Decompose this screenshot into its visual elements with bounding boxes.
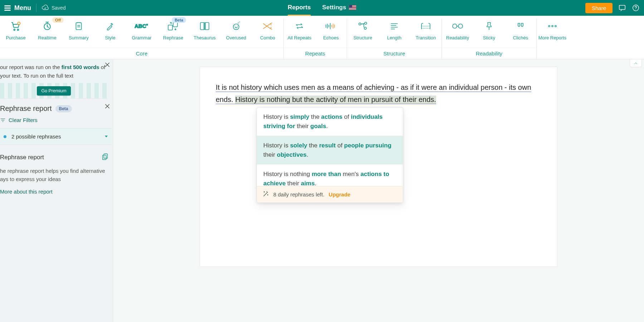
clear-filters-button[interactable]: Clear Filters: [0, 117, 113, 128]
nav-settings[interactable]: Settings: [322, 0, 356, 16]
svg-text:ABC: ABC: [135, 23, 146, 29]
feedback-icon[interactable]: [618, 4, 626, 12]
ribbon-label: More Reports: [538, 35, 567, 40]
ribbon-label: Sticky: [483, 35, 496, 40]
ribbon-label: Purchase: [6, 35, 26, 40]
suggestion-footer: 8 daily rephrases left. Upgrade: [257, 186, 403, 203]
sidebar: our report was run on the first 500 word…: [0, 59, 113, 322]
ribbon-label: Thesaurus: [194, 35, 215, 40]
structure-icon: [357, 21, 368, 31]
purchase-icon: [10, 21, 21, 31]
ribbon-more[interactable]: More Reports: [537, 19, 568, 48]
ribbon-length[interactable]: Length: [379, 19, 410, 48]
svg-text:z: z: [239, 21, 240, 23]
cliches-icon: [516, 21, 525, 31]
rephrase-suggestion[interactable]: History is solely the result of people p…: [257, 136, 403, 164]
ribbon-allrepeats[interactable]: All Repeats: [284, 19, 315, 48]
close-icon[interactable]: [104, 103, 111, 111]
style-icon: [106, 21, 114, 31]
ribbon-echoes[interactable]: Echoes: [315, 19, 347, 48]
ribbon-label: Realtime: [38, 35, 56, 40]
ribbon-rephrase[interactable]: RephraseBeta: [157, 19, 189, 48]
off-badge: Off: [52, 17, 64, 23]
ribbon-label: Grammar: [132, 35, 152, 40]
grammar-icon: ABC: [135, 21, 149, 31]
saved-status: Saved: [42, 4, 66, 12]
ribbon-structure[interactable]: Structure: [347, 19, 379, 48]
ribbon-group-label: Core: [0, 48, 283, 59]
copy-icon[interactable]: [101, 153, 109, 162]
ribbon-style[interactable]: Style: [94, 19, 126, 48]
collapse-ribbon-button[interactable]: [630, 59, 642, 67]
ribbon-label: Echoes: [323, 35, 338, 40]
filter-label: 2 possible rephrases: [11, 133, 100, 140]
menu-button[interactable]: Menu: [4, 4, 31, 12]
ribbon-thesaurus[interactable]: Thesaurus: [189, 19, 220, 48]
upgrade-link[interactable]: Upgrade: [329, 191, 351, 197]
divider: [36, 4, 36, 12]
ribbon-group-label: Structure: [347, 48, 441, 59]
ribbon-sticky[interactable]: Sticky: [473, 19, 505, 48]
svg-point-19: [364, 27, 366, 29]
ribbon-group-structure: StructureLengthTransitionStructure: [347, 19, 441, 59]
rephrase-suggestion[interactable]: History is simply the actions of individ…: [257, 107, 403, 136]
ribbon-grammar[interactable]: ABCGrammar: [126, 19, 157, 48]
ribbon-readability[interactable]: Readability: [442, 19, 473, 48]
filter-dot-icon: [4, 135, 6, 138]
svg-point-14: [237, 25, 238, 26]
ribbon-summary[interactable]: Summary: [63, 19, 94, 48]
length-icon: [390, 21, 399, 31]
suggestion-list[interactable]: History is simply the actions of individ…: [257, 107, 403, 186]
ribbon-purchase[interactable]: Purchase: [0, 19, 31, 48]
report-title: Rephrase report: [0, 104, 52, 113]
svg-rect-26: [103, 155, 106, 160]
overused-icon: zz: [231, 21, 241, 31]
go-premium-button[interactable]: Go Premium: [37, 86, 70, 96]
top-nav: Reports Settings: [288, 0, 356, 16]
banner-illustration: Go Premium: [0, 83, 108, 99]
summary-icon: [74, 21, 83, 31]
main: our report was run on the first 500 word…: [0, 59, 644, 322]
rephrase-suggestion[interactable]: History is nothing more than men's actio…: [257, 164, 403, 186]
ribbon-group-repeats: All RepeatsEchoesRepeats: [283, 19, 347, 59]
nav-reports[interactable]: Reports: [288, 0, 311, 16]
saved-label: Saved: [52, 5, 66, 11]
more-icon: [547, 21, 558, 31]
wand-icon: [263, 191, 269, 198]
sticky-icon: [485, 21, 493, 31]
document[interactable]: It is not history which uses men as a me…: [200, 67, 557, 267]
sentence-2-highlighted[interactable]: History is nothing but the activity of m…: [235, 96, 436, 104]
clear-filters-label: Clear Filters: [9, 117, 38, 123]
ribbon-realtime[interactable]: RealtimeOff: [31, 19, 63, 48]
ribbon-overused[interactable]: zzOverused: [220, 19, 252, 48]
ribbon-transition[interactable]: Transition: [410, 19, 441, 48]
share-button[interactable]: Share: [585, 3, 613, 13]
banner-text: our report was run on the first 500 word…: [0, 63, 108, 80]
svg-point-22: [548, 25, 550, 27]
svg-point-21: [458, 24, 463, 28]
realtime-icon: [42, 21, 53, 31]
more-about-link[interactable]: More about this report: [0, 189, 113, 199]
ribbon-label: Structure: [353, 35, 372, 40]
report-subheader: Rephrase report: [0, 145, 113, 164]
topbar: Menu Saved Reports Settings Share: [0, 0, 644, 16]
beta-badge: Beta: [55, 105, 72, 112]
nav-reports-label: Reports: [288, 4, 311, 11]
filter-rephrases[interactable]: 2 possible rephrases: [0, 128, 112, 145]
flag-icon: [349, 5, 356, 10]
ribbon-group-readability: ReadabilityStickyClichésReadability: [441, 19, 536, 59]
ribbon-label: Style: [105, 35, 116, 40]
close-icon[interactable]: [104, 62, 111, 69]
ribbon-label: Summary: [69, 35, 89, 40]
echoes-icon: [325, 21, 337, 31]
ribbon-combo[interactable]: Combo: [252, 19, 283, 48]
help-icon[interactable]: [632, 4, 640, 12]
ribbon-cliches[interactable]: Clichés: [505, 19, 536, 48]
document-text[interactable]: It is not history which uses men as a me…: [216, 81, 541, 106]
ribbon-label: Length: [387, 35, 401, 40]
ribbon-group-label: Readability: [442, 48, 536, 59]
nav-settings-label: Settings: [322, 4, 346, 11]
beta-badge: Beta: [172, 17, 186, 23]
ribbon-label: Transition: [416, 35, 436, 40]
chevron-down-icon: [105, 136, 108, 137]
